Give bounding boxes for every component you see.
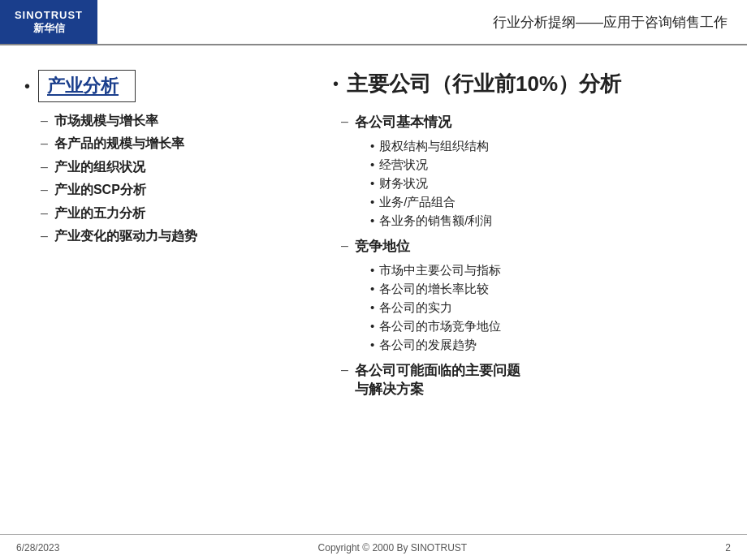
bullet-icon: •	[370, 193, 374, 210]
list-item: •股权结构与组织结构	[370, 137, 723, 154]
level2-list: •市场中主要公司与指标•各公司的增长率比较•各公司的实力•各公司的市场竞争地位•…	[341, 261, 723, 353]
bullet-icon: •	[370, 336, 374, 353]
list-item: •各公司的市场竞争地位	[370, 317, 723, 334]
right-bullet: •	[333, 75, 339, 93]
dash-icon: –	[341, 113, 348, 131]
item-text: 产业的SCP分析	[54, 181, 146, 199]
item-text: 产业变化的驱动力与趋势	[54, 227, 197, 245]
list-item: –各产品的规模与增长率	[41, 135, 317, 153]
list-item: •经营状况	[370, 156, 723, 173]
header: SINOTRUST 新华信 行业分析提纲——应用于咨询销售工作	[0, 0, 747, 45]
list-item: •各公司的发展趋势	[370, 336, 723, 353]
logo-block: SINOTRUST 新华信	[0, 0, 97, 44]
level1-item: –竞争地位	[341, 237, 723, 256]
bullet-icon: •	[370, 299, 374, 316]
bullet-icon: •	[370, 174, 374, 192]
list-item: –产业变化的驱动力与趋势	[41, 227, 317, 245]
left-section-title: 产业分析	[38, 70, 136, 102]
list-item: –产业的SCP分析	[41, 181, 317, 199]
list-item: –产业的五力分析	[41, 205, 317, 222]
right-column: • 主要公司（行业前10%）分析 –各公司基本情况•股权结构与组织结构•经营状况…	[333, 70, 723, 508]
footer-page: 2	[725, 542, 731, 554]
level1-label: 各公司可能面临的主要问题 与解决方案	[355, 361, 520, 398]
footer: 6/28/2023 Copyright © 2000 By SINOTRUST …	[0, 534, 747, 560]
list-item: •各业务的销售额/利润	[370, 212, 723, 229]
level1-item: –各公司基本情况	[341, 113, 723, 131]
item-text: 经营状况	[379, 156, 428, 173]
footer-copyright: Copyright © 2000 By SINOTRUST	[318, 542, 468, 554]
dash-icon: –	[341, 361, 348, 379]
logo-chinese: 新华信	[33, 21, 65, 36]
header-title-block: 行业分析提纲——应用于咨询销售工作	[97, 0, 747, 44]
item-text: 市场规模与增长率	[54, 112, 158, 130]
dash-icon: –	[41, 205, 48, 222]
bullet-icon: •	[370, 156, 374, 173]
level1-label: 竞争地位	[355, 237, 410, 256]
dash-icon: –	[41, 158, 48, 176]
list-item: •各公司的实力	[370, 299, 723, 316]
left-bullet: •	[24, 77, 30, 96]
bullet-icon: •	[370, 317, 374, 334]
item-text: 财务状况	[379, 174, 428, 192]
level1-label: 各公司基本情况	[355, 113, 451, 131]
item-text: 市场中主要公司与指标	[379, 261, 501, 278]
left-section-header: • 产业分析	[24, 70, 317, 102]
list-item: –市场规模与增长率	[41, 112, 317, 130]
dash-icon: –	[41, 181, 48, 199]
item-text: 各公司的发展趋势	[379, 336, 477, 353]
main-content: • 产业分析 –市场规模与增长率–各产品的规模与增长率–产业的组织状况–产业的S…	[0, 45, 747, 516]
dash-icon: –	[41, 112, 48, 130]
right-section-title: 主要公司（行业前10%）分析	[347, 70, 621, 98]
item-text: 各公司的实力	[379, 299, 452, 316]
left-sub-list: –市场规模与增长率–各产品的规模与增长率–产业的组织状况–产业的SCP分析–产业…	[24, 112, 317, 245]
dash-icon: –	[341, 237, 348, 255]
level1-item: –各公司可能面临的主要问题 与解决方案	[341, 361, 723, 398]
dash-icon: –	[41, 135, 48, 153]
list-item: –产业的组织状况	[41, 158, 317, 176]
item-text: 各公司的市场竞争地位	[379, 317, 501, 334]
item-text: 产业的组织状况	[54, 158, 145, 176]
right-sub-list: –各公司基本情况•股权结构与组织结构•经营状况•财务状况•业务/产品组合•各业务…	[333, 108, 723, 398]
list-item: •各公司的增长率比较	[370, 280, 723, 297]
logo-sinotrust: SINOTRUST	[15, 9, 83, 21]
list-item: •市场中主要公司与指标	[370, 261, 723, 278]
item-text: 股权结构与组织结构	[379, 137, 489, 154]
right-section-header: • 主要公司（行业前10%）分析	[333, 70, 723, 98]
bullet-icon: •	[370, 137, 374, 154]
item-text: 业务/产品组合	[379, 193, 456, 210]
header-title: 行业分析提纲——应用于咨询销售工作	[493, 13, 728, 32]
list-item: •财务状况	[370, 174, 723, 192]
level2-list: •股权结构与组织结构•经营状况•财务状况•业务/产品组合•各业务的销售额/利润	[341, 137, 723, 229]
footer-date: 6/28/2023	[16, 542, 59, 554]
list-item: •业务/产品组合	[370, 193, 723, 210]
item-text: 各公司的增长率比较	[379, 280, 489, 297]
left-column: • 产业分析 –市场规模与增长率–各产品的规模与增长率–产业的组织状况–产业的S…	[24, 70, 317, 508]
item-text: 各产品的规模与增长率	[54, 135, 184, 153]
bullet-icon: •	[370, 261, 374, 278]
item-text: 各业务的销售额/利润	[379, 212, 492, 229]
dash-icon: –	[41, 227, 48, 245]
bullet-icon: •	[370, 280, 374, 297]
item-text: 产业的五力分析	[54, 205, 145, 222]
bullet-icon: •	[370, 212, 374, 229]
